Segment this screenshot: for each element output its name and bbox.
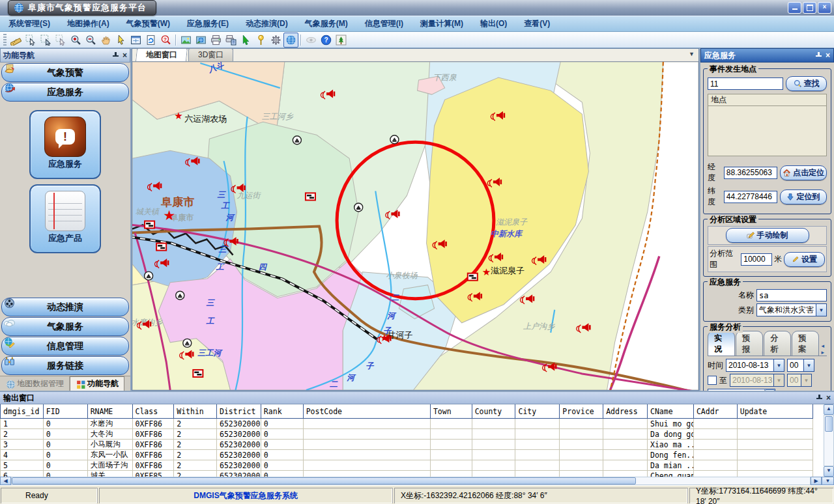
manual-draw-button[interactable]: 手动绘制 <box>726 228 809 243</box>
station-marker-icon[interactable] <box>183 339 192 347</box>
sign-marker-icon[interactable] <box>156 244 166 251</box>
click-locate-button[interactable]: 点击定位 <box>780 165 827 180</box>
tree-export-icon[interactable] <box>334 33 349 48</box>
station-marker-icon[interactable] <box>145 272 153 280</box>
pin-icon[interactable] <box>816 395 822 401</box>
menu-item-6[interactable]: 信息管理(I) <box>356 16 412 31</box>
output-copy-icon[interactable]: ▼ <box>822 477 834 485</box>
scroll-down-icon[interactable]: ▼ <box>824 466 834 477</box>
nav-group-top-0[interactable]: 气象预警 <box>1 63 129 82</box>
analysis-tab-2[interactable]: 分析 <box>764 331 791 356</box>
toolbar-grip[interactable] <box>3 34 7 46</box>
ruler-icon[interactable] <box>8 33 23 48</box>
column-header[interactable]: CAddr <box>693 404 737 419</box>
close-output-icon[interactable]: × <box>826 393 831 402</box>
column-header[interactable]: FID <box>43 404 87 419</box>
scroll-left-icon[interactable]: ◀ <box>0 477 11 485</box>
table-row[interactable]: 30小马厩沟0XFF8626523020000Xiao ma ... <box>1 440 813 450</box>
to-checkbox[interactable] <box>708 376 717 385</box>
left-tab-0[interactable]: 地图数据管理 <box>0 376 70 391</box>
date-select[interactable]: 2010-08-13▼ <box>726 359 784 372</box>
map-drawing[interactable]: 八斗下西泉六运湖农场三工河乡九运街阜康市城关镇阜康市滋泥泉子中新水库小泉牧场滋泥… <box>132 62 698 390</box>
image-export-icon[interactable] <box>179 33 194 48</box>
scroll-right-icon[interactable]: ▶ <box>811 477 822 485</box>
map-canvas[interactable]: 八斗下西泉六运湖农场三工河乡九运街阜康市城关镇阜康市滋泥泉子中新水库小泉牧场滋泥… <box>132 62 698 390</box>
table-row[interactable]: 40东风一小队0XFF8626523020000Dong fen... <box>1 450 813 460</box>
tab-scroll-arrows[interactable]: ◂ ▸ <box>821 343 828 356</box>
menu-item-1[interactable]: 地图操作(A) <box>59 16 118 31</box>
column-header[interactable]: City <box>515 404 560 419</box>
scroll-up-icon[interactable]: ▲ <box>824 404 834 415</box>
goto-location-button[interactable]: 定位到 <box>780 189 827 204</box>
service-name-input[interactable] <box>756 289 827 301</box>
column-header[interactable]: PostCode <box>303 404 430 419</box>
event-location-input[interactable] <box>708 77 783 90</box>
refresh-icon[interactable] <box>143 33 158 48</box>
hour-select[interactable]: 00▼ <box>787 359 814 372</box>
maximize-button[interactable] <box>803 2 816 14</box>
map-tab-1[interactable]: 3D窗口 <box>188 48 233 61</box>
zoom-out-icon[interactable] <box>83 33 98 48</box>
pointer-icon[interactable] <box>113 33 128 48</box>
sign-marker-icon[interactable] <box>306 193 315 200</box>
nav-group-top-1[interactable]: 应急服务 <box>1 83 129 102</box>
table-row[interactable]: 50大面场子沟0XFF8626523020000Da mian ... <box>1 460 813 471</box>
scroll-up-icon[interactable]: ▲ <box>765 389 775 391</box>
nav-group-bottom-0[interactable]: 动态推演 <box>1 298 129 316</box>
close-button[interactable]: × <box>818 2 831 14</box>
pin-icon[interactable] <box>816 52 822 59</box>
column-header[interactable]: County <box>472 404 515 419</box>
listbox-scrollbar[interactable]: ▲▼ <box>764 389 775 391</box>
column-header[interactable]: Class <box>132 404 174 419</box>
column-header[interactable]: dmgis_id <box>1 404 44 419</box>
analysis-tab-1[interactable]: 预报 <box>736 331 763 356</box>
station-marker-icon[interactable] <box>293 136 301 145</box>
zoom-in-icon[interactable] <box>68 33 83 48</box>
column-header[interactable]: Update <box>737 404 812 419</box>
table-row[interactable]: 60城关0XFF8526523020000Cheng guan <box>1 471 813 477</box>
service-type-select[interactable]: 气象和洪水灾害▼ <box>756 303 827 316</box>
minimize-button[interactable] <box>788 2 801 14</box>
column-header[interactable]: District <box>217 404 261 419</box>
big-button-product-notepad[interactable]: 应急产品 <box>29 184 101 253</box>
chevron-down-icon[interactable]: ▼ <box>816 304 826 316</box>
column-header[interactable]: Provice <box>560 404 603 419</box>
deselect-icon[interactable] <box>53 33 68 48</box>
sign-marker-icon[interactable] <box>145 221 154 228</box>
pin-marker-icon[interactable] <box>253 33 268 48</box>
select-box-icon[interactable] <box>38 33 53 48</box>
print-preview-icon[interactable] <box>223 33 238 48</box>
close-panel-icon[interactable]: × <box>122 51 127 60</box>
star-marker-icon[interactable]: ★ <box>482 266 491 277</box>
search-button[interactable]: 查找 <box>786 76 827 91</box>
full-extent-icon[interactable] <box>128 33 143 48</box>
nav-group-bottom-3[interactable]: 服务链接 <box>1 356 129 375</box>
column-header[interactable]: CName <box>647 404 693 419</box>
sign-marker-icon[interactable] <box>468 273 478 281</box>
station-marker-icon[interactable] <box>176 291 184 300</box>
station-marker-icon[interactable] <box>354 203 363 212</box>
station-marker-icon[interactable] <box>390 135 399 144</box>
help-icon[interactable]: ? <box>319 33 334 48</box>
output-table[interactable]: dmgis_idFIDRNAMEClassWithinDistrictRankP… <box>0 404 813 477</box>
menu-item-5[interactable]: 气象服务(M) <box>296 16 356 31</box>
settings-gear-icon[interactable] <box>268 33 283 48</box>
identify-icon[interactable]: ? <box>158 33 173 48</box>
map-tab-0[interactable]: 地图窗口 <box>136 48 188 61</box>
menu-item-7[interactable]: 测量计算(M) <box>412 16 472 31</box>
map-window-list-icon[interactable]: ▼ <box>689 51 695 57</box>
select-elements-icon[interactable] <box>23 33 38 48</box>
table-row[interactable]: 20大冬沟0XFF8626523020000Da dong gou <box>1 429 813 440</box>
range-input[interactable] <box>741 253 772 266</box>
close-panel-icon[interactable]: × <box>826 51 830 60</box>
output-vscrollbar[interactable]: ▲ ▼ <box>824 404 834 477</box>
analysis-tab-3[interactable]: 预案 <box>792 331 819 356</box>
longitude-input[interactable] <box>724 167 777 179</box>
column-header[interactable]: Town <box>430 404 472 419</box>
sign-marker-icon[interactable] <box>193 370 203 377</box>
big-button-emergency-bubble[interactable]: !应急服务 <box>29 110 101 179</box>
latitude-input[interactable] <box>724 191 777 203</box>
star-marker-icon[interactable]: ★ <box>174 110 182 121</box>
set-range-button[interactable]: 设置 <box>784 252 825 267</box>
star-marker-icon[interactable]: ★ <box>163 208 175 223</box>
